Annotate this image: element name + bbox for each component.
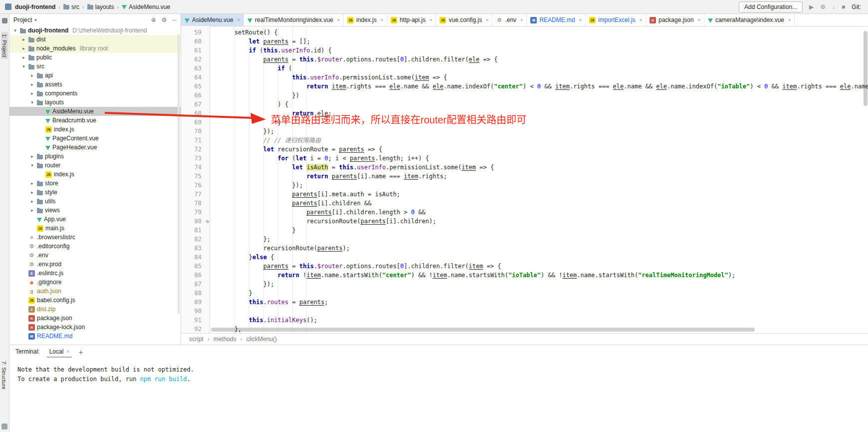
tree-item-babel.config.js[interactable]: JSbabel.config.js [9,296,181,305]
line-number[interactable]: 75 [181,172,210,181]
tree-item-assets[interactable]: ▸assets [9,80,181,89]
tool-button-project[interactable]: 1: Project [1,32,8,59]
title-crumb-layouts[interactable]: layouts [87,3,114,10]
line-number[interactable]: 73 [181,154,210,163]
run-icon[interactable]: ▶ [809,4,814,10]
tab-index.js[interactable]: JSindex.js× [344,14,387,26]
chevron-right-icon[interactable]: ▸ [29,190,35,195]
chevron-right-icon[interactable]: ▸ [29,82,35,87]
code-line[interactable]: let recursionRoute = parents => { [220,145,868,154]
breadcrumb-script[interactable]: script [189,336,204,343]
line-number[interactable]: 92 [181,325,210,334]
chevron-right-icon[interactable]: ▸ [29,199,35,204]
line-number[interactable]: 83 [181,244,210,253]
line-number[interactable]: 69 [181,118,210,127]
line-number[interactable]: 82 [181,235,210,244]
code-line[interactable]: parents[i].children && [220,199,868,208]
tree-item-PageContent.vue[interactable]: PageContent.vue [9,134,181,143]
close-icon[interactable]: × [486,17,488,22]
chevron-right-icon[interactable]: ▸ [29,154,35,159]
code-area[interactable]: setRoute() { let parents = []; if (this.… [210,26,868,334]
line-number[interactable]: 68 [181,109,210,118]
line-number[interactable]: 65 [181,82,210,91]
tree-item-Breadcrumb.vue[interactable]: Breadcrumb.vue [9,116,181,125]
tree-item-PageHeader.vue[interactable]: PageHeader.vue [9,143,181,152]
tab-importExcel.js[interactable]: JSimportExcel.js× [586,14,646,26]
code-line[interactable]: }); [220,280,868,289]
hide-panel-icon[interactable]: ─ [172,16,177,23]
tab-vue.config.js[interactable]: JSvue.config.js× [436,14,492,26]
line-number[interactable]: 77 [181,190,210,199]
tab-realTimeMonitoring\index.vue[interactable]: realTimeMonitoring\index.vue× [244,14,344,26]
code-line[interactable]: let isAuth = this.userInfo.permissionLis… [220,163,868,172]
tree-item-package.json[interactable]: npackage.json [9,314,181,323]
tool-button-structure[interactable]: 7: Structure [1,361,7,390]
line-number[interactable]: 78 [181,199,210,208]
line-number[interactable]: 90 [181,307,210,316]
code-line[interactable]: this.userInfo.permissionList.some(item =… [220,73,868,82]
line-number[interactable]: 89 [181,298,210,307]
tree-item-node_modules[interactable]: ▸node_moduleslibrary root [9,44,181,53]
close-icon[interactable]: × [66,349,69,354]
breadcrumb-methods[interactable]: methods [214,336,236,343]
tree-item-api[interactable]: ▸api [9,71,181,80]
line-number[interactable]: 64 [181,73,210,82]
chevron-down-icon[interactable]: ▾ [12,28,18,33]
title-crumb-src[interactable]: src [63,3,79,10]
line-number[interactable]: 71 [181,136,210,145]
code-line[interactable]: parents[i].children.length > 0 && [220,208,868,217]
close-icon[interactable]: × [381,17,383,22]
code-line[interactable]: }else { [220,253,868,262]
chevron-down-icon[interactable]: ▾ [29,100,35,105]
chevron-down-icon[interactable]: ▾ [34,17,37,22]
breadcrumb-clickMenu()[interactable]: clickMenu() [246,336,277,343]
code-line[interactable]: parents = this.$router.options.routes[0]… [220,55,868,64]
tree-item-.eslintrc.js[interactable]: E.eslintrc.js [9,269,181,278]
line-number[interactable]: 91 [181,316,210,325]
line-number[interactable]: 88 [181,289,210,298]
tree-item-utils[interactable]: ▸utils [9,197,181,206]
code-line[interactable]: }); [220,127,868,136]
tab-cameraManage\index.vue[interactable]: cameraManage\index.vue× [704,14,795,26]
code-line[interactable]: recursionRoute(parents); [220,244,868,253]
line-number[interactable]: 66 [181,91,210,100]
code-line[interactable]: parents = this.$router.options.routes[0]… [220,262,868,271]
code-line[interactable]: // // 递归权限路由 [220,136,868,145]
line-number[interactable]: 79 [181,208,210,217]
tab-README.md[interactable]: MREADME.md× [527,14,586,26]
chevron-down-icon[interactable]: ▾ [21,64,26,69]
recursive-call-icon[interactable]: ↻ [206,217,209,226]
line-number[interactable]: 84 [181,253,210,262]
chevron-right-icon[interactable]: ▸ [21,37,26,42]
tree-item-auth.json[interactable]: {}auth.json [9,287,181,296]
stop-icon[interactable]: ■ [842,4,845,10]
gear-icon[interactable]: ⚙ [162,16,167,23]
code-line[interactable]: if (this.userInfo.id) { [220,46,868,55]
code-line[interactable]: for (let i = 0; i < parents.length; i++)… [220,154,868,163]
tree-item-index.js[interactable]: JSindex.js [9,125,181,134]
close-icon[interactable]: × [237,17,240,22]
tree-item-router[interactable]: ▾router [9,161,181,170]
code-line[interactable]: }; [220,235,868,244]
code-line[interactable]: } [220,226,868,235]
line-number[interactable]: 67 [181,100,210,109]
tree-item-dist[interactable]: ▸dist [9,35,181,44]
chevron-right-icon[interactable]: ▸ [29,181,35,186]
line-number[interactable]: 72 [181,145,210,154]
line-number[interactable]: 85 [181,262,210,271]
chevron-down-icon[interactable]: ▾ [29,163,35,168]
line-number[interactable]: 60 [181,37,210,46]
line-number[interactable]: 80↻ [181,217,210,226]
code-line[interactable]: this.initialKeys(); [220,316,868,325]
code-line[interactable]: ) { [220,100,868,109]
tree-item-.editorconfig[interactable]: ⚙.editorconfig [9,242,181,251]
tree-item-store[interactable]: ▸store [9,179,181,188]
tab-AsideMenu.vue[interactable]: AsideMenu.vue× [181,14,244,26]
line-number[interactable]: 62 [181,55,210,64]
tree-item-components[interactable]: ▸components [9,89,181,98]
code-line[interactable]: if ( [220,64,868,73]
title-crumb-duoji-frontend[interactable]: duoji-frontend [15,3,55,10]
code-line[interactable]: parents[i].meta.auth = isAuth; [220,190,868,199]
tree-item-package-lock.json[interactable]: npackage-lock.json [9,323,181,332]
line-number[interactable]: 81 [181,226,210,235]
